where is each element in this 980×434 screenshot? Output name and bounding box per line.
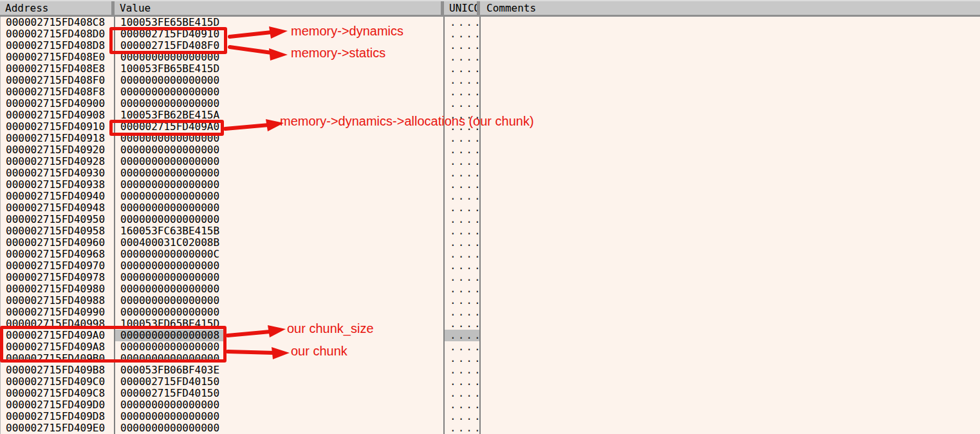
- address-cell[interactable]: 000002715FD40920: [1, 144, 115, 156]
- table-row[interactable]: 000002715FD409E0 0000000000000000 ....: [1, 422, 980, 434]
- comment-cell[interactable]: [481, 283, 980, 295]
- table-row[interactable]: 000002715FD40958 160053FC63BE415B ....: [1, 225, 980, 237]
- unicode-cell[interactable]: ....: [445, 341, 481, 353]
- unicode-cell[interactable]: ....: [445, 225, 481, 237]
- comment-cell[interactable]: [481, 422, 980, 434]
- address-cell[interactable]: 000002715FD40938: [1, 179, 115, 191]
- unicode-cell[interactable]: ....: [445, 237, 481, 249]
- table-row[interactable]: 000002715FD40990 0000000000000000 ....: [1, 307, 980, 318]
- address-cell[interactable]: 000002715FD40948: [1, 202, 115, 214]
- comment-cell[interactable]: [481, 75, 980, 86]
- unicode-cell[interactable]: ....: [445, 133, 481, 144]
- column-header-unicode[interactable]: UNICODE: [444, 1, 480, 15]
- value-cell[interactable]: 0000000000000000: [115, 52, 445, 63]
- table-row[interactable]: 000002715FD40998 100053FD65BE415D ....: [1, 318, 980, 330]
- address-cell[interactable]: 000002715FD409B0: [1, 353, 115, 364]
- unicode-cell[interactable]: ....: [445, 260, 481, 272]
- value-cell[interactable]: 0000000000000000: [115, 75, 445, 86]
- table-row[interactable]: 000002715FD409D0 0000000000000000 ....: [1, 399, 980, 411]
- table-row[interactable]: 000002715FD40918 0000000000000000 ....: [1, 133, 980, 144]
- unicode-cell[interactable]: ....: [445, 75, 481, 86]
- comment-cell[interactable]: [481, 260, 980, 272]
- address-cell[interactable]: 000002715FD40988: [1, 295, 115, 307]
- address-cell[interactable]: 000002715FD408F8: [1, 86, 115, 98]
- value-cell[interactable]: 0000000000000008: [115, 330, 445, 341]
- value-cell[interactable]: 000053FB06BF403E: [115, 364, 445, 376]
- column-header-comments[interactable]: Comments: [480, 1, 980, 15]
- address-cell[interactable]: 000002715FD40918: [1, 133, 115, 144]
- comment-cell[interactable]: [481, 411, 980, 422]
- comment-cell[interactable]: [481, 109, 980, 121]
- address-cell[interactable]: 000002715FD409D0: [1, 399, 115, 411]
- value-cell[interactable]: 100053FB62BE415A: [115, 109, 445, 121]
- table-row[interactable]: 000002715FD40970 0000000000000000 ....: [1, 260, 980, 272]
- unicode-cell[interactable]: ....: [445, 63, 481, 75]
- unicode-cell[interactable]: ....: [445, 249, 481, 260]
- comment-cell[interactable]: [481, 52, 980, 63]
- value-cell[interactable]: 160053FC63BE415B: [115, 225, 445, 237]
- address-cell[interactable]: 000002715FD409A0: [1, 330, 115, 341]
- value-cell[interactable]: 0000000000000000: [115, 133, 445, 144]
- unicode-cell[interactable]: ....: [445, 214, 481, 225]
- comment-cell[interactable]: [481, 376, 980, 388]
- table-row[interactable]: 000002715FD409D8 0000000000000000 ....: [1, 411, 980, 422]
- value-cell[interactable]: 0000000000000000: [115, 272, 445, 283]
- address-cell[interactable]: 000002715FD40940: [1, 191, 115, 202]
- comment-cell[interactable]: [481, 318, 980, 330]
- unicode-cell[interactable]: ....: [445, 411, 481, 422]
- value-cell[interactable]: 0000000000000000: [115, 167, 445, 179]
- unicode-cell[interactable]: ....: [445, 202, 481, 214]
- comment-cell[interactable]: [481, 144, 980, 156]
- address-cell[interactable]: 000002715FD40998: [1, 318, 115, 330]
- table-row[interactable]: 000002715FD408D0 000002715FD40910 ....: [1, 28, 980, 40]
- address-cell[interactable]: 000002715FD409C0: [1, 376, 115, 388]
- value-cell[interactable]: 100053FB65BE415D: [115, 63, 445, 75]
- value-cell[interactable]: 0000000000000000: [115, 422, 445, 434]
- address-cell[interactable]: 000002715FD408D0: [1, 28, 115, 40]
- table-row[interactable]: 000002715FD40960 000400031C02008B ....: [1, 237, 980, 249]
- table-row[interactable]: 000002715FD409C8 000002715FD40150 ....: [1, 388, 980, 399]
- unicode-cell[interactable]: ....: [445, 353, 481, 364]
- address-cell[interactable]: 000002715FD40958: [1, 225, 115, 237]
- comment-cell[interactable]: [481, 98, 980, 109]
- unicode-cell[interactable]: ....: [445, 191, 481, 202]
- table-row[interactable]: 000002715FD40938 0000000000000000 ....: [1, 179, 980, 191]
- address-cell[interactable]: 000002715FD408C8: [1, 17, 115, 28]
- address-cell[interactable]: 000002715FD40970: [1, 260, 115, 272]
- comment-cell[interactable]: [481, 295, 980, 307]
- value-cell[interactable]: 0000000000000000: [115, 144, 445, 156]
- value-cell[interactable]: 0000000000000000: [115, 86, 445, 98]
- address-cell[interactable]: 000002715FD409D8: [1, 411, 115, 422]
- unicode-cell[interactable]: ....: [445, 307, 481, 318]
- address-cell[interactable]: 000002715FD409C8: [1, 388, 115, 399]
- comment-cell[interactable]: [481, 202, 980, 214]
- table-row[interactable]: 000002715FD40930 0000000000000000 ....: [1, 167, 980, 179]
- value-cell[interactable]: 0000000000000000: [115, 411, 445, 422]
- unicode-cell[interactable]: ....: [445, 109, 481, 121]
- address-cell[interactable]: 000002715FD40968: [1, 249, 115, 260]
- comment-cell[interactable]: [481, 121, 980, 133]
- column-header-value[interactable]: Value: [115, 1, 444, 15]
- table-row[interactable]: 000002715FD40900 0000000000000000 ....: [1, 98, 980, 109]
- unicode-cell[interactable]: ....: [445, 86, 481, 98]
- table-row[interactable]: 000002715FD408C8 100053FE65BE415D ....: [1, 17, 980, 28]
- comment-cell[interactable]: [481, 214, 980, 225]
- table-row[interactable]: 000002715FD408E8 100053FB65BE415D ....: [1, 63, 980, 75]
- value-cell[interactable]: 0000000000000000: [115, 202, 445, 214]
- unicode-cell[interactable]: ....: [445, 167, 481, 179]
- table-row[interactable]: 000002715FD408F8 0000000000000000 ....: [1, 86, 980, 98]
- value-cell[interactable]: 0000000000000000: [115, 307, 445, 318]
- table-row[interactable]: 000002715FD408E0 0000000000000000 ....: [1, 52, 980, 63]
- unicode-cell[interactable]: ....: [445, 422, 481, 434]
- comment-cell[interactable]: [481, 388, 980, 399]
- comment-cell[interactable]: [481, 133, 980, 144]
- value-cell[interactable]: 000400031C02008B: [115, 237, 445, 249]
- unicode-cell[interactable]: ....: [445, 388, 481, 399]
- comment-cell[interactable]: [481, 179, 980, 191]
- value-cell[interactable]: 0000000000000000: [115, 98, 445, 109]
- unicode-cell[interactable]: ....: [445, 156, 481, 167]
- address-cell[interactable]: 000002715FD408F0: [1, 75, 115, 86]
- value-cell[interactable]: 000002715FD40150: [115, 376, 445, 388]
- unicode-cell[interactable]: ....: [445, 330, 481, 341]
- table-row[interactable]: 000002715FD409A0 0000000000000008 ....: [1, 330, 980, 341]
